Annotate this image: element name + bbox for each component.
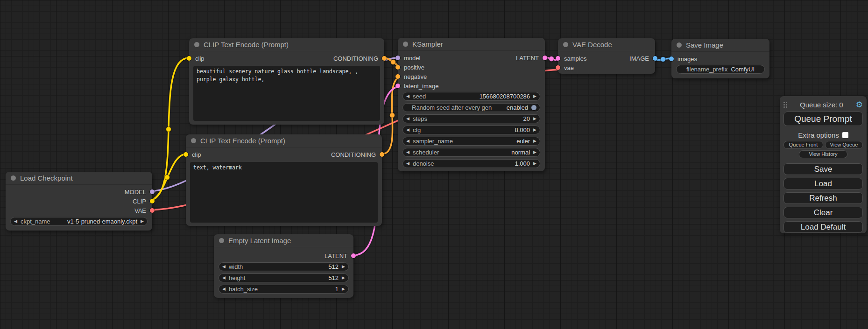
slot-row: vae [558,63,655,72]
node-title-bar[interactable]: Load Checkpoint [6,172,152,185]
slot-row: LATENT [214,251,353,260]
drag-handle-icon[interactable] [783,102,787,108]
images-input-dot[interactable] [669,56,674,61]
increment-arrow-icon[interactable]: ▶ [342,287,345,291]
increment-arrow-icon[interactable]: ▶ [342,276,345,280]
conditioning-output-dot[interactable] [380,152,384,157]
vae-output-dot[interactable] [150,208,155,213]
collapse-dot-icon[interactable] [563,42,568,47]
increment-arrow-icon[interactable]: ▶ [533,161,536,166]
decrement-arrow-icon[interactable]: ◀ [406,161,409,166]
load-button[interactable]: Load [783,178,863,189]
height-widget[interactable]: ◀ height 512 ▶ [219,273,349,282]
clip-input-dot[interactable] [183,152,188,157]
image-output-dot[interactable] [653,56,657,61]
clip-output-dot[interactable] [150,199,155,203]
model-output-dot[interactable] [150,189,155,194]
decrement-arrow-icon[interactable]: ◀ [222,287,226,291]
increment-arrow-icon[interactable]: ▶ [533,150,536,154]
queue-front-button[interactable]: Queue Front [783,141,823,149]
decrement-arrow-icon[interactable]: ◀ [14,219,17,224]
clip-input-dot[interactable] [187,56,191,61]
node-title-bar[interactable]: CLIP Text Encode (Prompt) [189,38,384,51]
latent-output-dot[interactable] [543,56,547,60]
decrement-arrow-icon[interactable]: ◀ [406,139,409,143]
collapse-dot-icon[interactable] [194,42,199,47]
node-clip-text-encode-positive[interactable]: CLIP Text Encode (Prompt) clip CONDITION… [189,38,384,125]
node-title-bar[interactable]: VAE Decode [558,38,655,51]
filename-prefix-widget[interactable]: filename_prefix ComfyUI [676,65,765,74]
node-title-bar[interactable]: Empty Latent Image [214,234,353,247]
clear-button[interactable]: Clear [783,207,863,218]
node-title-bar[interactable]: KSampler [398,38,545,51]
negative-input-dot[interactable] [395,74,400,79]
samples-input-dot[interactable] [556,56,560,61]
increment-arrow-icon[interactable]: ▶ [533,94,536,98]
batch-size-widget[interactable]: ◀ batch_size 1 ▶ [219,285,349,294]
sampler-name-widget[interactable]: ◀ sampler_name euler ▶ [402,137,540,146]
queue-prompt-button[interactable]: Queue Prompt [783,112,863,126]
extra-options-label: Extra options [798,131,839,139]
collapse-dot-icon[interactable] [403,42,408,47]
input-label: clip [195,55,205,62]
slot-row: latent_image [398,81,545,91]
steps-widget[interactable]: ◀ steps 20 ▶ [402,114,540,123]
decrement-arrow-icon[interactable]: ◀ [406,117,409,121]
output-label: CONDITIONING [331,151,376,158]
node-vae-decode[interactable]: VAE Decode samples IMAGE vae [558,38,655,74]
save-button[interactable]: Save [783,163,863,175]
load-default-button[interactable]: Load Default [783,221,863,233]
latent-image-input-dot[interactable] [395,84,400,88]
widget-value: v1-5-pruned-emaonly.ckpt [67,218,137,225]
widget-label: seed [413,93,480,100]
conditioning-output-dot[interactable] [382,56,387,61]
random-seed-toggle[interactable]: Random seed after every gen enabled [402,103,540,112]
node-clip-text-encode-negative[interactable]: CLIP Text Encode (Prompt) clip CONDITION… [186,134,382,226]
link-midpoint-dot [661,57,666,62]
widget-label: cfg [413,126,515,133]
vae-input-dot[interactable] [556,65,560,70]
node-title-bar[interactable]: CLIP Text Encode (Prompt) [186,134,382,147]
node-ksampler[interactable]: KSampler model LATENT positive negative … [398,38,545,171]
extra-options-checkbox[interactable] [842,132,848,138]
decrement-arrow-icon[interactable]: ◀ [222,265,226,269]
node-title-bar[interactable]: Save Image [671,39,769,52]
model-input-dot[interactable] [395,56,400,60]
node-save-image[interactable]: Save Image images filename_prefix ComfyU… [671,39,769,78]
increment-arrow-icon[interactable]: ▶ [342,265,345,269]
collapse-dot-icon[interactable] [191,138,196,143]
increment-arrow-icon[interactable]: ▶ [533,117,536,121]
prompt-text-area[interactable]: beautiful scenery nature glass bottle la… [193,66,380,121]
ckpt-name-widget[interactable]: ◀ ckpt_name v1-5-pruned-emaonly.ckpt ▶ [10,217,148,226]
view-queue-button[interactable]: View Queue [825,141,863,149]
latent-output-dot[interactable] [351,253,356,258]
refresh-button[interactable]: Refresh [783,192,863,204]
view-history-button[interactable]: View History [799,150,847,158]
widget-label: scheduler [413,149,511,156]
collapse-dot-icon[interactable] [11,175,16,181]
width-widget[interactable]: ◀ width 512 ▶ [219,262,349,271]
node-graph-canvas[interactable]: Load Checkpoint MODEL CLIP VAE ◀ ckpt_na… [0,0,868,329]
decrement-arrow-icon[interactable]: ◀ [406,150,409,154]
prompt-text-area[interactable]: text, watermark [190,162,378,223]
widget-value: 20 [523,115,530,122]
increment-arrow-icon[interactable]: ▶ [533,139,536,143]
gear-icon[interactable]: ⚙ [856,101,863,109]
node-load-checkpoint[interactable]: Load Checkpoint MODEL CLIP VAE ◀ ckpt_na… [6,172,152,231]
cfg-widget[interactable]: ◀ cfg 8.000 ▶ [402,126,540,134]
decrement-arrow-icon[interactable]: ◀ [406,128,409,132]
seed-widget[interactable]: ◀ seed 156680208700286 ▶ [402,92,540,101]
positive-input-dot[interactable] [395,65,400,70]
widget-value: 1.000 [515,160,530,167]
queue-panel-header: Queue size: 0 ⚙ [783,99,863,110]
scheduler-widget[interactable]: ◀ scheduler normal ▶ [402,148,540,157]
decrement-arrow-icon[interactable]: ◀ [406,94,409,98]
toggle-knob-icon[interactable] [531,105,536,110]
denoise-widget[interactable]: ◀ denoise 1.000 ▶ [402,159,540,168]
increment-arrow-icon[interactable]: ▶ [533,128,536,132]
node-empty-latent-image[interactable]: Empty Latent Image LATENT ◀ width 512 ▶ … [214,234,353,298]
decrement-arrow-icon[interactable]: ◀ [222,276,226,280]
increment-arrow-icon[interactable]: ▶ [141,219,144,224]
collapse-dot-icon[interactable] [219,238,224,243]
collapse-dot-icon[interactable] [677,42,682,48]
